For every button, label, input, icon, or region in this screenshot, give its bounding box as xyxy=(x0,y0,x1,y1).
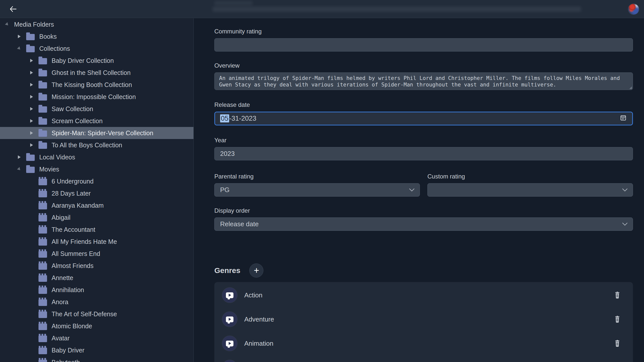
app-bar xyxy=(0,0,644,18)
overview-field: Overview An animated trilogy of Spider-M… xyxy=(214,62,633,90)
community-rating-field: Community rating xyxy=(214,28,633,52)
display-order-select[interactable]: Release date xyxy=(214,217,633,231)
caret-icon[interactable] xyxy=(30,83,33,87)
add-genre-button[interactable]: + xyxy=(249,263,263,278)
tree-item-annette[interactable]: Annette xyxy=(0,272,193,284)
caret-icon xyxy=(30,288,33,292)
tree-item-aaranya-kaandam[interactable]: Aaranya Kaandam xyxy=(0,199,193,211)
release-date-label: Release date xyxy=(214,101,633,108)
back-button[interactable] xyxy=(8,5,18,13)
tree-item-label: To All the Boys Collection xyxy=(52,142,122,149)
tree-item-annihilation[interactable]: Annihilation xyxy=(0,284,193,296)
community-rating-input[interactable] xyxy=(214,38,633,52)
genre-row-action: Action xyxy=(214,283,633,307)
tree-item-almost-friends[interactable]: Almost Friends xyxy=(0,260,193,272)
movie-icon xyxy=(38,203,47,209)
caret-icon[interactable] xyxy=(30,131,33,135)
tree-item-28-days-later[interactable]: 28 Days Later xyxy=(0,187,193,199)
movie-icon xyxy=(38,299,47,306)
tree-item-local-videos[interactable]: Local Videos xyxy=(0,151,193,163)
tree-item-label: Abigail xyxy=(52,214,70,221)
tree-item-scream-collection[interactable]: Scream Collection xyxy=(0,115,193,127)
trash-icon xyxy=(614,292,620,299)
tree-item-the-art-of-self-defense[interactable]: The Art of Self-Defense xyxy=(0,308,193,320)
genre-avatar xyxy=(222,312,237,327)
release-date-input[interactable]: 05-31-2023 xyxy=(214,112,633,125)
caret-icon xyxy=(30,300,33,304)
tree-item-movies[interactable]: Movies xyxy=(0,163,193,175)
caret-icon[interactable] xyxy=(30,59,33,63)
tree-item-saw-collection[interactable]: Saw Collection xyxy=(0,103,193,115)
tree-item-label: Annette xyxy=(52,274,73,282)
parental-rating-field: Parental rating PG xyxy=(214,173,420,197)
parental-rating-label: Parental rating xyxy=(214,173,420,180)
user-avatar[interactable] xyxy=(628,4,639,15)
movie-icon xyxy=(38,324,47,330)
caret-icon xyxy=(30,312,33,316)
tree-item-baby-driver-collection[interactable]: Baby Driver Collection xyxy=(0,55,193,67)
tree-item-ghost-in-the-shell-collection[interactable]: Ghost in the Shell Collection xyxy=(0,67,193,79)
delete-genre-button[interactable] xyxy=(614,292,620,299)
tree-item-babyteeth[interactable]: Babyteeth xyxy=(0,356,193,362)
movie-icon xyxy=(38,360,47,362)
overview-textarea[interactable]: An animated trilogy of Spider-Man films … xyxy=(214,72,633,90)
tree-item-the-kissing-booth-collection[interactable]: The Kissing Booth Collection xyxy=(0,79,193,91)
tree-item-books[interactable]: Books xyxy=(0,30,193,42)
tree-item-spider-man-spider-verse-collection[interactable]: Spider-Man: Spider-Verse Collection xyxy=(0,127,193,139)
tree-item-label: 6 Underground xyxy=(52,178,94,185)
tree-item-label: Collections xyxy=(39,45,70,52)
tree-item-mission-impossible-collection[interactable]: Mission: Impossible Collection xyxy=(0,91,193,103)
folder-icon xyxy=(38,106,47,113)
caret-icon[interactable] xyxy=(30,107,33,111)
tree-item-media-folders[interactable]: Media Folders xyxy=(0,18,193,30)
video-play-icon xyxy=(226,316,233,322)
caret-icon[interactable] xyxy=(30,71,33,75)
caret-icon[interactable] xyxy=(18,34,21,38)
calendar-icon[interactable] xyxy=(620,114,627,123)
genre-row-adventure: Adventure xyxy=(214,307,633,331)
custom-rating-select[interactable] xyxy=(427,183,633,197)
caret-icon[interactable] xyxy=(6,22,9,26)
video-play-icon xyxy=(226,341,233,346)
caret-icon xyxy=(30,252,33,256)
tree-item-to-all-the-boys-collection[interactable]: To All the Boys Collection xyxy=(0,139,193,151)
tree-item-label: Baby Driver Collection xyxy=(52,57,114,64)
tree-item-label: All Summers End xyxy=(52,250,100,257)
tree-item-abigail[interactable]: Abigail xyxy=(0,211,193,223)
scrolled-content-blur xyxy=(213,7,581,12)
movie-icon xyxy=(38,227,47,234)
caret-icon[interactable] xyxy=(18,167,21,171)
tree-item-label: Annihilation xyxy=(52,286,84,294)
tree-item-collections[interactable]: Collections xyxy=(0,42,193,55)
tree-item-label: Local Videos xyxy=(39,154,75,161)
genres-list: Action Adventure xyxy=(214,282,633,362)
tree-item-all-summers-end[interactable]: All Summers End xyxy=(0,248,193,260)
overview-label: Overview xyxy=(214,62,633,69)
caret-icon[interactable] xyxy=(30,119,33,123)
movie-icon xyxy=(38,251,47,258)
caret-icon[interactable] xyxy=(18,47,21,51)
tree-item-atomic-blonde[interactable]: Atomic Blonde xyxy=(0,320,193,332)
delete-genre-button[interactable] xyxy=(614,340,620,347)
tree-item-label: Mission: Impossible Collection xyxy=(52,93,136,101)
tree-item-all-my-friends-hate-me[interactable]: All My Friends Hate Me xyxy=(0,236,193,248)
caret-icon xyxy=(30,324,33,328)
genre-avatar xyxy=(222,360,237,362)
caret-icon xyxy=(30,179,33,183)
tree-item-avatar[interactable]: Avatar xyxy=(0,332,193,344)
tree-item-the-accountant[interactable]: The Accountant xyxy=(0,223,193,236)
custom-rating-label: Custom rating xyxy=(427,173,633,180)
parental-rating-select[interactable]: PG xyxy=(214,183,420,197)
caret-icon[interactable] xyxy=(30,95,33,99)
genre-label: Adventure xyxy=(244,315,274,323)
tree-item-6-underground[interactable]: 6 Underground xyxy=(0,175,193,187)
tree-item-label: Baby Driver xyxy=(52,347,85,354)
release-date-field: Release date 05-31-2023 xyxy=(214,101,633,125)
caret-icon xyxy=(30,203,33,207)
tree-item-baby-driver[interactable]: Baby Driver xyxy=(0,344,193,356)
tree-item-anora[interactable]: Anora xyxy=(0,296,193,308)
caret-icon[interactable] xyxy=(18,155,21,159)
year-input[interactable]: 2023 xyxy=(214,147,633,160)
caret-icon[interactable] xyxy=(30,143,33,147)
delete-genre-button[interactable] xyxy=(614,316,620,323)
